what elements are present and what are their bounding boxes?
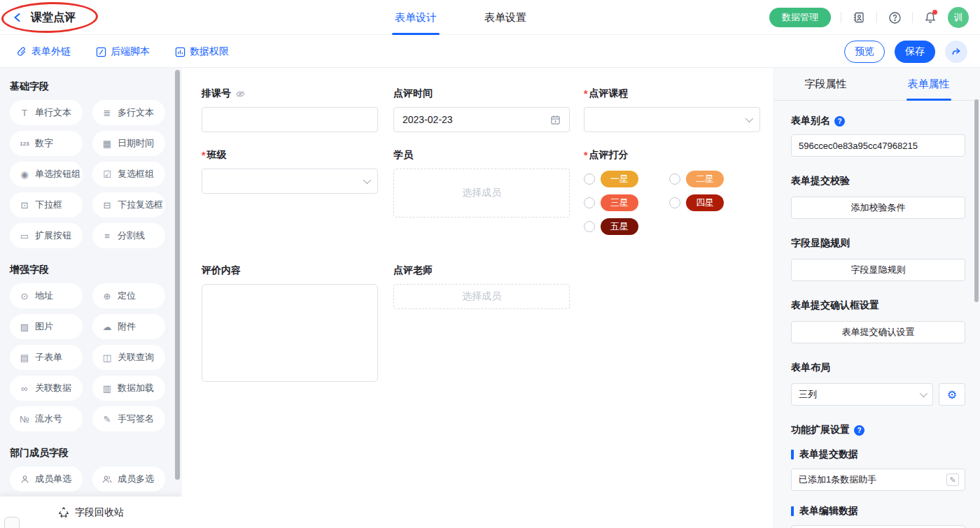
group-title-member: 部门成员字段 [10, 447, 172, 459]
page-title: 课堂点评 [31, 10, 76, 25]
field-location[interactable]: ⊕定位 [92, 283, 165, 308]
radio-icon[interactable] [584, 197, 595, 208]
visibility-rules-button[interactable]: 字段显隐规则 [791, 259, 965, 281]
divider [912, 12, 913, 23]
submit-data-box[interactable]: 已添加1条数据助手 ✎ [791, 469, 965, 491]
backend-script-link[interactable]: 后端脚本 [96, 45, 150, 58]
score-option-3[interactable]: 三星 [584, 191, 669, 215]
review-time-input[interactable]: 2023-02-23 [393, 107, 570, 132]
field-multi-dropdown[interactable]: ⊟下拉复选框 [92, 192, 165, 217]
field-multi-line-text[interactable]: ≣多行文本 [92, 100, 165, 125]
radio-icon[interactable] [584, 173, 595, 185]
field-block-score[interactable]: *点评打分 一星 二星 三星 四星 五星 [584, 149, 760, 238]
edit-icon[interactable]: ✎ [946, 473, 959, 486]
field-checkbox-group[interactable]: ☑复选框组 [92, 162, 165, 187]
field-extend-button[interactable]: ▭扩展按钮 [10, 223, 83, 248]
field-member-multi[interactable]: 成员多选 [92, 466, 165, 492]
score-option-4[interactable]: 四星 [669, 191, 755, 215]
panel-scrollbar[interactable] [974, 99, 979, 302]
support-widget-icon[interactable] [4, 517, 20, 528]
layout-settings-button[interactable]: ⚙ [939, 383, 965, 406]
field-image[interactable]: ▨图片 [10, 314, 83, 339]
field-address[interactable]: ⊙地址 [10, 283, 83, 308]
tab-field-properties[interactable]: 字段属性 [774, 68, 877, 100]
form-layout-select[interactable]: 三列 [791, 383, 933, 406]
app-header: 课堂点评 表单设计 表单设置 数据管理 [0, 0, 980, 35]
add-operation-button[interactable]: 添加操作 [791, 525, 965, 528]
tab-form-properties[interactable]: 表单属性 [877, 68, 980, 100]
field-block-student[interactable]: 学员 选择成员 [393, 149, 570, 217]
radio-icon[interactable] [584, 221, 595, 232]
recycle-icon [58, 507, 69, 518]
help-icon[interactable]: ? [834, 116, 845, 127]
add-check-condition-button[interactable]: 添加校验条件 [791, 197, 965, 219]
field-serial-number[interactable]: №流水号 [10, 406, 83, 431]
field-related-data[interactable]: ∞关联数据 [10, 376, 83, 401]
radio-icon[interactable] [669, 173, 680, 185]
form-alias-input[interactable] [791, 134, 965, 157]
data-manage-button[interactable]: 数据管理 [769, 8, 831, 27]
field-datetime[interactable]: ▦日期时间 [92, 131, 165, 156]
form-design-canvas: 排课号 点评时间 2023-02-23 *点评课程 *班级 学员 选择成员 *点… [182, 68, 774, 528]
back-icon[interactable] [11, 11, 24, 24]
field-single-line-text[interactable]: T单行文本 [10, 100, 83, 125]
field-data-load[interactable]: ▥数据加载 [92, 376, 165, 401]
member-single-icon [19, 475, 30, 484]
score-option-1[interactable]: 一星 [584, 167, 669, 191]
field-label: 排课号 [202, 87, 231, 100]
save-button[interactable]: 保存 [895, 41, 935, 63]
field-recycle-bin[interactable]: 字段回收站 [0, 497, 182, 528]
field-label: 点评时间 [393, 87, 433, 100]
share-button[interactable] [945, 41, 967, 63]
submit-confirm-button[interactable]: 表单提交确认设置 [791, 321, 965, 343]
form-alias-label: 表单别名 [791, 115, 830, 127]
field-related-query[interactable]: ◫关联查询 [92, 345, 165, 370]
subform-icon: ▤ [19, 352, 30, 363]
student-member-picker[interactable]: 选择成员 [393, 169, 570, 217]
notification-dot [932, 10, 937, 15]
submit-confirm-label: 表单提交确认框设置 [791, 299, 965, 312]
schedule-no-input[interactable] [202, 107, 378, 132]
tab-form-design[interactable]: 表单设计 [392, 0, 440, 35]
field-member-single[interactable]: 成员单选 [10, 466, 83, 492]
review-course-select[interactable] [584, 107, 760, 132]
field-label: 班级 [206, 149, 226, 162]
location-icon: ⊕ [102, 291, 113, 301]
field-block-review-time[interactable]: 点评时间 2023-02-23 [393, 87, 570, 132]
content-textarea[interactable] [202, 284, 378, 382]
avatar[interactable]: 训 [948, 7, 969, 28]
signature-icon: ✎ [102, 414, 113, 424]
field-number[interactable]: 123数字 [10, 131, 83, 156]
field-block-review-course[interactable]: *点评课程 [584, 87, 760, 132]
score-option-2[interactable]: 二星 [669, 167, 755, 191]
field-label: 学员 [393, 149, 413, 162]
class-select[interactable] [202, 169, 378, 194]
field-signature[interactable]: ✎手写签名 [92, 406, 165, 431]
edit-data-label: 表单编辑数据 [799, 505, 858, 518]
help-icon[interactable]: ? [854, 425, 864, 436]
field-radio-group[interactable]: ◉单选按钮组 [10, 162, 83, 187]
field-block-teacher[interactable]: 点评老师 选择成员 [393, 264, 570, 309]
field-block-content[interactable]: 评价内容 [202, 264, 378, 382]
submit-data-label: 表单提交数据 [799, 448, 858, 461]
field-block-schedule-no[interactable]: 排课号 [202, 87, 378, 132]
datetime-icon: ▦ [102, 138, 113, 149]
radio-icon[interactable] [669, 197, 680, 208]
field-dropdown[interactable]: ⊡下拉框 [10, 192, 83, 217]
chevron-down-icon [746, 115, 753, 122]
score-options: 一星 二星 三星 四星 五星 [584, 167, 760, 238]
field-block-class[interactable]: *班级 [202, 149, 378, 194]
field-subform[interactable]: ▤子表单 [10, 345, 83, 370]
sidebar-scrollbar[interactable] [175, 70, 180, 480]
help-icon[interactable] [887, 10, 902, 25]
preview-button[interactable]: 预览 [844, 41, 885, 63]
tab-form-settings[interactable]: 表单设置 [482, 0, 529, 35]
notification-bell-icon[interactable] [923, 10, 938, 25]
address-book-icon[interactable] [851, 10, 867, 25]
field-attachment[interactable]: ☁附件 [92, 314, 165, 339]
data-permission-link[interactable]: 数据权限 [175, 45, 229, 58]
field-divider[interactable]: ≡分割线 [92, 223, 165, 248]
score-option-5[interactable]: 五星 [584, 215, 669, 238]
teacher-member-picker[interactable]: 选择成员 [393, 284, 570, 309]
form-external-link[interactable]: 表单外链 [17, 45, 71, 58]
